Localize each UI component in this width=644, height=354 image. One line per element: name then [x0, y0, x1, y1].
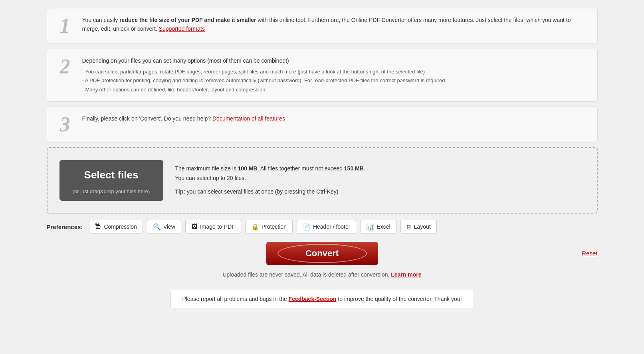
pref-header-footer-label: Header / footer — [313, 223, 350, 230]
privacy-note: Uploaded files are never saved. All data… — [47, 271, 598, 278]
feedback-text-before: Please report all problems and bugs in t… — [182, 296, 288, 302]
dropzone-file-count: You can select up to 20 files. — [175, 175, 246, 181]
feedback-text-after: to improve the quality of the converter.… — [336, 296, 462, 302]
step-3-text-before: Finally, please click on 'Convert'. Do y… — [82, 115, 211, 122]
step-2-sub-2: - A PDF protection for printing, copying… — [82, 76, 589, 85]
step-2-sub-3: - Many other options can be defined, lik… — [82, 85, 589, 94]
documentation-link[interactable]: Documentation of all features — [212, 115, 285, 122]
step-3-box: 3 Finally, please click on 'Convert'. Do… — [47, 107, 598, 142]
step-1-content: You can easily reduce the file size of y… — [82, 16, 589, 36]
pref-excel-button[interactable]: 📊 Excel — [360, 220, 396, 234]
pref-layout-label: Layout — [414, 223, 431, 230]
header-footer-icon: 📄 — [303, 223, 311, 231]
pref-image-to-pdf-button[interactable]: 🖼 Image-to-PDF — [185, 220, 241, 233]
step-1-number: 1 — [55, 16, 75, 36]
convert-button[interactable]: Convert — [266, 242, 378, 265]
select-files-button[interactable]: Select files (or just drag&drop your fil… — [59, 160, 163, 201]
view-icon: 🔍 — [153, 223, 161, 231]
step-1-text-before: You can easily — [82, 17, 120, 23]
pref-protection-label: Protection — [262, 223, 287, 230]
reset-link[interactable]: Reset — [582, 250, 597, 257]
privacy-text: Uploaded files are never saved. All data… — [222, 271, 389, 278]
pref-layout-button[interactable]: ⊞ Layout — [400, 220, 437, 234]
step-1-text-bold: reduce the file size of your PDF and mak… — [119, 17, 256, 23]
layout-icon: ⊞ — [406, 223, 412, 231]
info-bold2: 150 MB — [344, 165, 364, 172]
convert-row: Convert Reset — [47, 242, 598, 265]
main-container: 1 You can easily reduce the file size of… — [47, 8, 598, 308]
excel-icon: 📊 — [366, 223, 374, 231]
select-files-sublabel: (or just drag&drop your files here) — [59, 188, 163, 201]
compression-icon: 🗜 — [95, 223, 101, 230]
preferences-label: Preferences: — [47, 223, 83, 230]
step-2-number: 2 — [55, 56, 75, 77]
step-3-text: Finally, please click on 'Convert'. Do y… — [82, 114, 589, 123]
tip-text: you can select several files at once (by… — [185, 188, 339, 195]
info-after: . All files together must not exceed — [258, 165, 344, 172]
dropzone-info: The maximum file size is 100 MB. All fil… — [175, 164, 585, 196]
pref-header-footer-button[interactable]: 📄 Header / footer — [297, 220, 356, 234]
feedback-box: Please report all problems and bugs in t… — [170, 290, 474, 308]
image-to-pdf-icon: 🖼 — [191, 223, 198, 230]
tip-label: Tip: — [175, 188, 185, 195]
step-2-box: 2 Depending on your files you can set ma… — [47, 49, 598, 102]
step-1-text: You can easily reduce the file size of y… — [82, 16, 589, 34]
select-files-label: Select files — [59, 160, 163, 188]
dropzone-box: Select files (or just drag&drop your fil… — [47, 147, 598, 214]
step-3-content: Finally, please click on 'Convert'. Do y… — [82, 114, 589, 125]
protection-icon: 🔒 — [251, 223, 259, 231]
step-1-box: 1 You can easily reduce the file size of… — [47, 8, 598, 44]
pref-compression-label: Compression — [104, 223, 137, 230]
step-2-main: Depending on your files you can set many… — [82, 56, 589, 65]
step-3-number: 3 — [55, 114, 75, 135]
dropzone-tip: Tip: you can select several files at onc… — [175, 187, 585, 197]
pref-excel-label: Excel — [376, 223, 390, 230]
pref-view-label: View — [163, 223, 175, 230]
info-end: . — [364, 165, 365, 172]
preferences-row: Preferences: 🗜 Compression 🔍 View 🖼 Imag… — [47, 220, 598, 234]
info-before: The maximum file size is — [175, 165, 238, 172]
step-2-content: Depending on your files you can set many… — [82, 56, 589, 94]
learn-more-link[interactable]: Learn more — [391, 271, 421, 278]
info-bold1: 100 MB — [238, 165, 258, 172]
step-2-sub-1: - You can select particular pages, rotat… — [82, 67, 589, 76]
pref-image-to-pdf-label: Image-to-PDF — [200, 223, 235, 230]
pref-compression-button[interactable]: 🗜 Compression — [89, 220, 143, 233]
pref-view-button[interactable]: 🔍 View — [147, 220, 181, 234]
feedback-section-link[interactable]: Feedback-Section — [289, 296, 337, 302]
pref-protection-button[interactable]: 🔒 Protection — [245, 220, 293, 234]
dropzone-size-info: The maximum file size is 100 MB. All fil… — [175, 164, 585, 183]
supported-formats-link[interactable]: Supported formats — [159, 26, 205, 32]
